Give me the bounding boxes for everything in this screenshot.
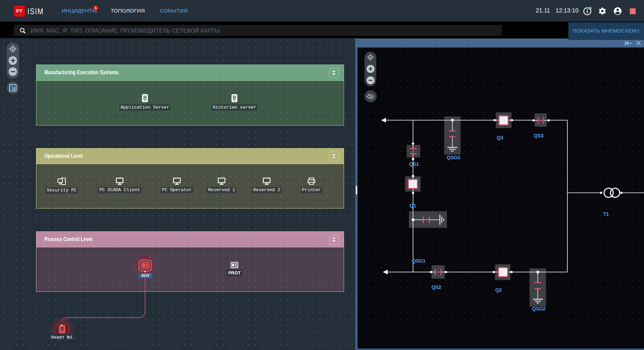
- svg-text:QSG2: QSG2: [532, 306, 546, 311]
- svg-text:QSG3: QSG3: [447, 155, 460, 160]
- svg-text:QS3: QS3: [534, 133, 543, 138]
- svg-text:Q1: Q1: [410, 203, 416, 208]
- svg-text:QSG1: QSG1: [412, 258, 426, 264]
- svg-text:Q2: Q2: [495, 287, 502, 293]
- svg-text:QS1: QS1: [409, 161, 419, 167]
- svg-text:QS2: QS2: [431, 284, 441, 290]
- svg-text:Q3: Q3: [497, 135, 503, 140]
- svg-text:T1: T1: [603, 211, 609, 217]
